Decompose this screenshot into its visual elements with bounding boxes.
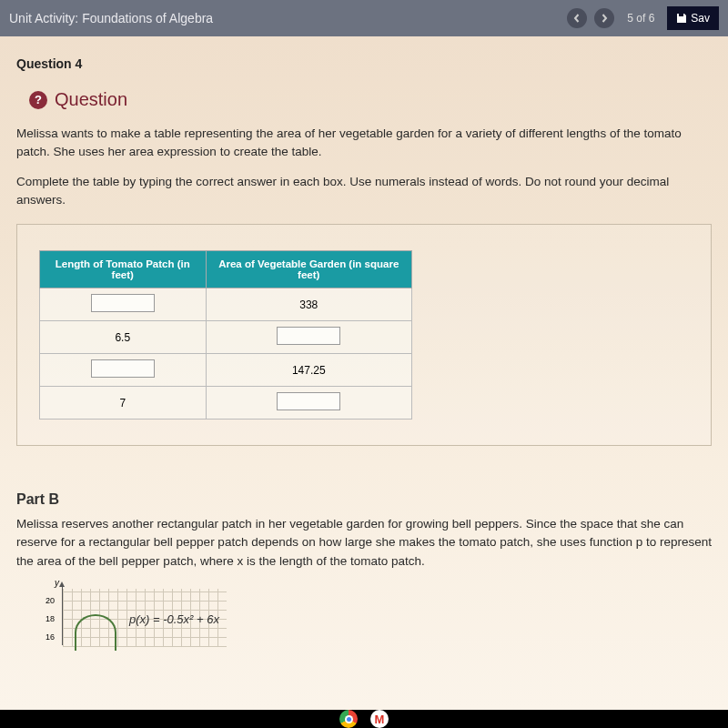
header-controls: 5 of 6 Sav bbox=[567, 6, 719, 30]
length-value-2: 6.5 bbox=[40, 321, 207, 354]
length-value-4: 7 bbox=[40, 387, 207, 420]
chrome-icon[interactable] bbox=[339, 710, 358, 728]
taskbar: M bbox=[0, 710, 728, 728]
length-input-3[interactable] bbox=[91, 359, 155, 378]
page-indicator: 5 of 6 bbox=[622, 12, 660, 25]
table-header-length: Length of Tomato Patch (in feet) bbox=[40, 251, 207, 288]
graph-area: y 20 18 16 p(x) = -0.5x² + 6x bbox=[35, 580, 244, 651]
area-value-3: 147.25 bbox=[206, 354, 411, 387]
part-b-text: Melissa reserves another rectangular pat… bbox=[16, 515, 712, 571]
question-header: ? Question bbox=[29, 89, 712, 110]
table-row: 338 bbox=[40, 288, 412, 321]
table-row: 7 bbox=[40, 387, 412, 420]
area-input-2[interactable] bbox=[277, 327, 340, 345]
chevron-left-icon bbox=[572, 14, 581, 23]
question-paragraph-2: Complete the table by typing the correct… bbox=[16, 173, 712, 210]
y-tick-20: 20 bbox=[46, 596, 55, 605]
data-table: Length of Tomato Patch (in feet) Area of… bbox=[39, 250, 412, 420]
table-row: 6.5 bbox=[40, 321, 412, 354]
y-tick-16: 16 bbox=[46, 632, 55, 642]
question-paragraph-1: Melissa wants to make a table representi… bbox=[16, 125, 712, 162]
table-row: 147.25 bbox=[40, 354, 412, 387]
content-area: Question 4 ? Question Melissa wants to m… bbox=[0, 36, 728, 651]
save-button[interactable]: Sav bbox=[667, 6, 719, 30]
area-value-1: 338 bbox=[206, 288, 411, 321]
length-input-1[interactable] bbox=[91, 294, 155, 312]
next-button[interactable] bbox=[594, 8, 614, 28]
prev-button[interactable] bbox=[567, 8, 587, 28]
question-mark-icon: ? bbox=[29, 91, 47, 109]
part-b-heading: Part B bbox=[16, 491, 712, 508]
question-title: Question bbox=[55, 89, 127, 110]
table-container: Length of Tomato Patch (in feet) Area of… bbox=[16, 224, 712, 446]
question-number: Question 4 bbox=[16, 56, 712, 71]
save-label: Sav bbox=[691, 12, 710, 25]
chevron-right-icon bbox=[600, 14, 609, 23]
gmail-icon[interactable]: M bbox=[370, 710, 389, 728]
y-tick-18: 18 bbox=[46, 614, 55, 623]
app-header: Unit Activity: Foundations of Algebra 5 … bbox=[0, 0, 728, 36]
formula-text: p(x) = -0.5x² + 6x bbox=[129, 612, 219, 626]
area-input-4[interactable] bbox=[277, 392, 340, 410]
parabola-curve bbox=[75, 614, 116, 651]
table-header-area: Area of Vegetable Garden (in square feet… bbox=[206, 251, 411, 288]
header-title: Unit Activity: Foundations of Algebra bbox=[9, 11, 213, 25]
save-icon bbox=[676, 13, 687, 24]
y-axis bbox=[62, 585, 63, 645]
